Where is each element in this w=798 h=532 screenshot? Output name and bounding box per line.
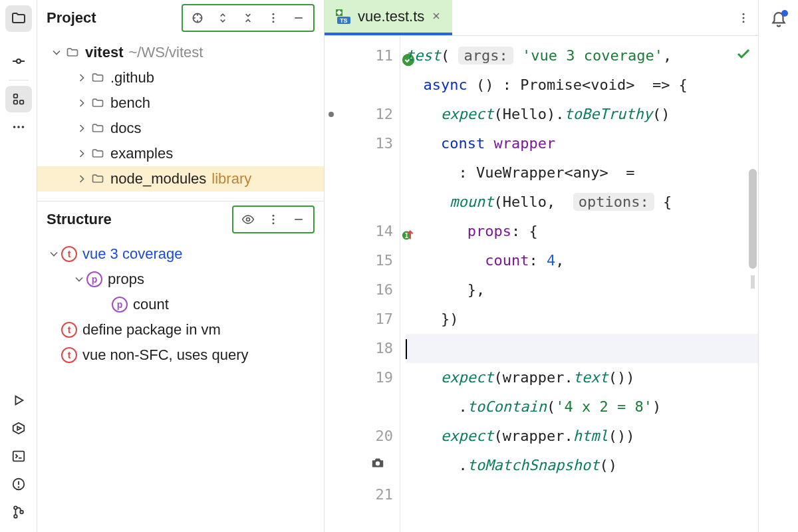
more-tool-button[interactable]	[5, 114, 32, 140]
line-number: 19	[376, 369, 394, 386]
svg-rect-4	[13, 100, 17, 104]
modified-line-icon	[329, 112, 334, 117]
folder-icon	[89, 71, 106, 84]
svg-marker-11	[17, 426, 21, 430]
hide-structure-button[interactable]	[287, 208, 311, 231]
collapse-all-button[interactable]	[236, 7, 260, 29]
structure-panel-title: Structure	[47, 211, 232, 228]
project-panel-title: Project	[47, 9, 182, 27]
vcs-tool-button[interactable]	[5, 499, 32, 525]
chevron-right-icon[interactable]	[74, 71, 89, 84]
line-number: 18	[376, 340, 394, 356]
tree-row[interactable]: node_modules library	[37, 166, 324, 192]
structure-row[interactable]: p count	[37, 292, 324, 317]
inspection-ok-icon[interactable]	[735, 43, 751, 72]
toolbar-separator	[9, 80, 29, 80]
code-content[interactable]: test( args: 'vue 3 coverage', async () :…	[400, 36, 758, 532]
chevron-right-icon[interactable]	[74, 96, 89, 110]
svg-point-27	[273, 21, 275, 23]
run-tool-button[interactable]	[5, 387, 32, 414]
svg-point-19	[20, 511, 23, 514]
line-number: 20	[376, 428, 394, 444]
tree-row[interactable]: .github	[37, 65, 324, 90]
notifications-button[interactable]	[765, 7, 792, 33]
structure-options-button[interactable]	[261, 208, 285, 231]
project-options-button[interactable]	[261, 7, 285, 29]
structure-row[interactable]: p props	[37, 267, 324, 292]
chevron-down-icon[interactable]	[49, 46, 64, 59]
tree-row-root[interactable]: vitest ~/WS/vitest	[37, 40, 324, 65]
svg-point-0	[17, 59, 21, 63]
svg-point-18	[14, 515, 17, 518]
chevron-right-icon[interactable]	[74, 147, 89, 160]
folder-tool-button[interactable]	[5, 5, 32, 32]
commit-tool-button[interactable]	[5, 48, 32, 74]
svg-point-7	[17, 126, 20, 128]
folder-icon	[89, 147, 106, 160]
structure-row[interactable]: t vue non-SFC, uses query	[37, 342, 324, 368]
folder-icon	[89, 122, 106, 135]
editor-options-button[interactable]	[729, 0, 758, 35]
svg-point-25	[273, 13, 275, 15]
structure-label: props	[108, 271, 144, 288]
tree-row[interactable]: bench	[37, 90, 324, 116]
select-opened-file-button[interactable]	[186, 7, 209, 29]
editor-gutter[interactable]: 11 12 13 14 I 15 16 17 18 19 20	[325, 36, 400, 532]
structure-tool-button[interactable]	[5, 86, 32, 112]
notification-dot-icon	[781, 10, 788, 17]
problems-tool-button[interactable]	[5, 471, 32, 497]
test-badge-icon: t	[61, 246, 77, 262]
line-number: 16	[376, 281, 394, 298]
chevron-right-icon[interactable]	[74, 122, 89, 135]
ts-file-icon: TS	[335, 9, 351, 25]
svg-point-29	[247, 218, 250, 221]
svg-point-16	[18, 487, 19, 487]
scrollbar-thumb[interactable]	[749, 169, 757, 269]
line-number: 17	[376, 311, 394, 327]
folder-icon	[89, 96, 106, 110]
svg-point-47	[376, 462, 380, 466]
svg-point-6	[13, 126, 15, 128]
line-number: 14	[376, 223, 394, 239]
svg-point-42	[743, 21, 745, 23]
chevron-down-icon[interactable]	[72, 273, 86, 286]
project-panel-header: Project	[37, 0, 324, 36]
tree-path: ~/WS/vitest	[128, 44, 203, 61]
svg-text:TS: TS	[340, 17, 348, 24]
close-tab-button[interactable]	[431, 8, 442, 25]
svg-point-40	[743, 13, 745, 15]
services-tool-button[interactable]	[5, 415, 32, 442]
project-panel-tools	[182, 4, 315, 32]
structure-label: vue non-SFC, uses query	[82, 346, 248, 364]
code-editor[interactable]: 11 12 13 14 I 15 16 17 18 19 20	[325, 36, 758, 532]
svg-marker-9	[15, 396, 23, 405]
svg-point-32	[273, 222, 275, 224]
svg-rect-3	[13, 94, 17, 98]
snapshot-icon[interactable]	[370, 451, 385, 480]
scrollbar-marks	[751, 275, 755, 289]
structure-panel-tools	[232, 205, 315, 233]
structure-tree: t vue 3 coverage p props p count t defin…	[37, 237, 324, 372]
terminal-tool-button[interactable]	[5, 443, 32, 469]
structure-row[interactable]: t vue 3 coverage	[37, 241, 324, 267]
structure-label: vue 3 coverage	[82, 245, 182, 263]
svg-point-41	[743, 17, 745, 19]
line-number: 13	[376, 135, 394, 152]
structure-row[interactable]: t define package in vm	[37, 317, 324, 342]
left-toolbar	[0, 0, 37, 532]
hide-project-button[interactable]	[287, 7, 311, 29]
tab-filename: vue.test.ts	[358, 8, 424, 25]
view-options-button[interactable]	[236, 208, 260, 231]
editor-tab-bar: TS vue.test.ts	[325, 0, 758, 36]
tree-row[interactable]: examples	[37, 141, 324, 166]
expand-collapse-button[interactable]	[211, 7, 235, 29]
chevron-right-icon[interactable]	[74, 172, 89, 186]
chevron-down-icon[interactable]	[47, 247, 61, 261]
tree-row[interactable]: docs	[37, 116, 324, 141]
folder-icon	[64, 46, 81, 59]
tree-label: .github	[110, 69, 154, 86]
svg-rect-5	[19, 100, 23, 104]
editor-tab-active[interactable]: TS vue.test.ts	[325, 0, 452, 35]
test-badge-icon: t	[61, 322, 77, 338]
test-badge-icon: t	[61, 347, 77, 363]
